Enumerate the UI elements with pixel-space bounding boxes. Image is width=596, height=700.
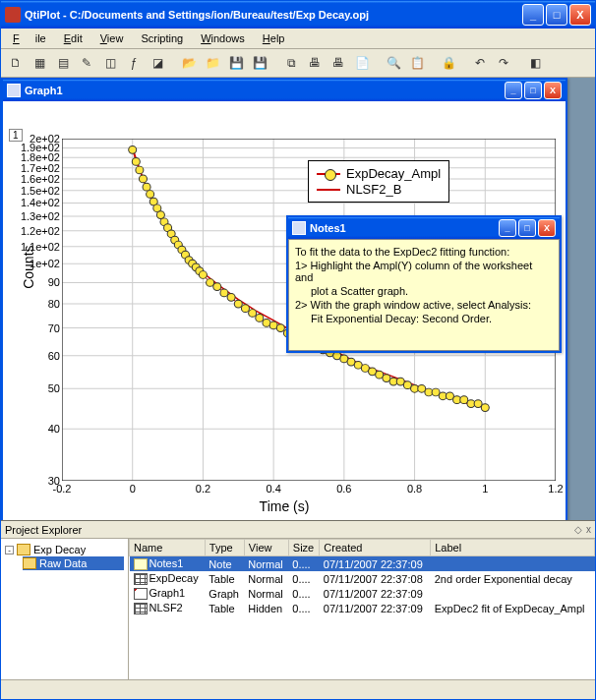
- menu-file[interactable]: File: [5, 30, 54, 46]
- y-tick: 1.5e+02: [21, 185, 60, 197]
- new-function-button[interactable]: ƒ: [123, 52, 145, 74]
- redo-button[interactable]: ↷: [493, 52, 514, 74]
- new-project-button[interactable]: 🗋: [5, 52, 27, 74]
- graph-minimize-button[interactable]: _: [505, 82, 522, 99]
- plot-layer-button[interactable]: 1: [9, 129, 23, 142]
- x-tick: 0.8: [407, 483, 422, 495]
- y-tick: 1.1e+02: [21, 241, 60, 253]
- print-all-button[interactable]: 🖶: [328, 52, 349, 74]
- y-tick: 80: [48, 298, 60, 310]
- menu-help[interactable]: Help: [255, 30, 293, 46]
- project-list[interactable]: NameTypeViewSizeCreatedLabel Notes1NoteN…: [129, 539, 595, 679]
- project-explorer-close-icon[interactable]: x: [586, 524, 591, 535]
- y-tick: 1.6e+02: [21, 173, 60, 185]
- tree-folder-rawdata[interactable]: Raw Data: [23, 556, 124, 570]
- column-header[interactable]: View: [244, 540, 288, 556]
- x-axis-label: Time (s): [260, 498, 310, 514]
- project-explorer-float-icon[interactable]: ◇: [574, 524, 582, 535]
- table-row[interactable]: ExpDecayTableNormal0....07/11/2007 22:37…: [130, 571, 595, 586]
- column-header[interactable]: Size: [288, 540, 320, 556]
- new-note-button[interactable]: ✎: [76, 52, 97, 74]
- y-tick: 50: [48, 382, 60, 394]
- graph-icon: [134, 588, 148, 600]
- y-tick: 60: [48, 350, 60, 362]
- x-tick: 1.2: [548, 483, 563, 495]
- column-header[interactable]: Type: [205, 540, 244, 556]
- svg-point-35: [156, 211, 164, 219]
- note-icon: [134, 558, 148, 570]
- svg-point-27: [129, 146, 137, 153]
- save-button[interactable]: 💾: [225, 52, 247, 74]
- svg-point-51: [227, 293, 235, 301]
- notes-minimize-button[interactable]: _: [499, 219, 516, 237]
- app-close-button[interactable]: X: [569, 4, 591, 26]
- notes-window-titlebar[interactable]: Notes1 _ □ X: [288, 217, 560, 239]
- x-tick: 0.4: [266, 483, 280, 495]
- project-explorer-titlebar[interactable]: Project Explorer ◇ x: [1, 521, 595, 539]
- graph-maximize-button[interactable]: □: [524, 82, 542, 99]
- svg-point-32: [147, 191, 154, 199]
- svg-point-52: [234, 300, 242, 308]
- tbl-icon: [134, 603, 148, 614]
- project-explorer-title: Project Explorer: [5, 524, 82, 536]
- column-header[interactable]: Label: [431, 540, 595, 556]
- tree-folder-label: Raw Data: [39, 557, 87, 569]
- notes-line: Fit Exponential Decay: Second Order.: [311, 313, 553, 324]
- app-maximize-button[interactable]: □: [546, 4, 567, 26]
- chart-legend[interactable]: ExpDecay_Ampl NLSF2_B: [308, 160, 449, 203]
- notes-window-title: Notes1: [310, 222, 499, 234]
- folder-icon: [17, 544, 30, 555]
- duplicate-button[interactable]: ⧉: [280, 52, 302, 74]
- cascade-button[interactable]: ◧: [524, 52, 546, 74]
- export-pdf-button[interactable]: 📄: [351, 52, 373, 74]
- x-tick: -0.2: [53, 483, 72, 495]
- column-header[interactable]: Name: [130, 540, 206, 556]
- folder-icon: [23, 557, 36, 569]
- menu-view[interactable]: View: [92, 30, 132, 46]
- notes-close-button[interactable]: X: [538, 219, 556, 237]
- y-tick: 40: [48, 423, 60, 435]
- explorer-button[interactable]: 🔍: [383, 52, 404, 74]
- new-matrix-button[interactable]: ▤: [52, 52, 74, 74]
- graph-window-title: Graph1: [25, 85, 505, 96]
- tbl-icon: [134, 573, 148, 585]
- app-titlebar[interactable]: QtiPlot - C:/Documents and Settings/ion/…: [1, 1, 595, 29]
- graph-close-button[interactable]: X: [544, 82, 562, 99]
- menu-windows[interactable]: Windows: [193, 30, 253, 46]
- y-tick: 70: [48, 322, 60, 334]
- notes-line: 1> Highlight the Ampl(Y) column of the w…: [295, 260, 553, 283]
- graph-window-titlebar[interactable]: Graph1 _ □ X: [3, 80, 566, 101]
- notes-maximize-button[interactable]: □: [518, 219, 536, 237]
- tree-toggle-icon[interactable]: -: [5, 546, 14, 554]
- legend-marker-2: [317, 189, 340, 191]
- print-button[interactable]: 🖶: [304, 52, 326, 74]
- notes-window[interactable]: Notes1 _ □ X To fit the data to the ExpD…: [286, 215, 562, 353]
- table-row[interactable]: Graph1GraphNormal0....07/11/2007 22:37:0…: [130, 586, 595, 601]
- legend-label-2: NLSF2_B: [346, 182, 401, 197]
- svg-point-84: [460, 396, 468, 404]
- statusbar: [1, 679, 595, 699]
- tree-root[interactable]: - Exp Decay: [5, 543, 124, 556]
- svg-point-28: [132, 158, 140, 166]
- new-graph-button[interactable]: ◫: [99, 52, 121, 74]
- new-3d-button[interactable]: ◪: [147, 52, 168, 74]
- app-minimize-button[interactable]: _: [522, 4, 544, 26]
- open-template-button[interactable]: 📁: [202, 52, 223, 74]
- legend-marker-1: [317, 173, 340, 175]
- menu-edit[interactable]: Edit: [56, 30, 90, 46]
- svg-point-82: [446, 392, 453, 400]
- notes-line: To fit the data to the ExpDec2 fitting f…: [295, 246, 553, 258]
- lock-button[interactable]: 🔒: [438, 52, 459, 74]
- menu-scripting[interactable]: Scripting: [133, 30, 191, 46]
- open-button[interactable]: 📂: [178, 52, 200, 74]
- project-tree[interactable]: - Exp Decay Raw Data: [1, 539, 129, 679]
- undo-button[interactable]: ↶: [469, 52, 491, 74]
- table-row[interactable]: Notes1NoteNormal0....07/11/2007 22:37:09: [130, 556, 595, 572]
- table-row[interactable]: NLSF2TableHidden0....07/11/2007 22:37:09…: [130, 601, 595, 615]
- column-header[interactable]: Created: [320, 540, 431, 556]
- results-log-button[interactable]: 📋: [406, 52, 428, 74]
- notes-body[interactable]: To fit the data to the ExpDec2 fitting f…: [288, 239, 560, 351]
- svg-point-49: [213, 283, 221, 291]
- new-table-button[interactable]: ▦: [29, 52, 50, 74]
- save-template-button[interactable]: 💾: [249, 52, 270, 74]
